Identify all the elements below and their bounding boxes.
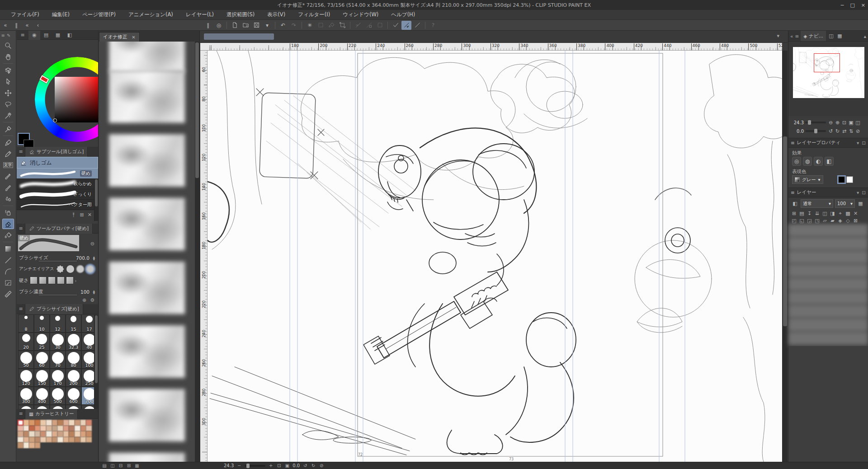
duplicate-layer-icon[interactable]: ◫ — [821, 210, 829, 217]
history-color-swatch[interactable] — [35, 426, 41, 431]
menu-アニメーション(A)[interactable]: アニメーション(A) — [122, 10, 179, 19]
fill-tool[interactable] — [2, 230, 14, 240]
page-list-scrollbar[interactable] — [195, 42, 199, 462]
brush-size-slider[interactable] — [38, 260, 78, 262]
navigator-thumbnail[interactable] — [793, 47, 864, 98]
history-color-swatch[interactable] — [29, 420, 35, 426]
selection-tool[interactable] — [2, 99, 14, 109]
layer-color-icon[interactable]: ◐ — [814, 157, 823, 166]
tab-information-icon[interactable]: ▦ — [836, 33, 843, 39]
layer-panel-dock-icon[interactable]: ⊡ — [862, 190, 866, 195]
blend-tool[interactable] — [2, 194, 14, 204]
sv-marker[interactable] — [53, 118, 57, 122]
statusbar-fit-icon[interactable]: ⊡ — [275, 463, 283, 468]
snap-off-3-button[interactable] — [375, 21, 385, 30]
page-thumbnail[interactable] — [109, 389, 185, 441]
history-color-swatch[interactable] — [86, 420, 92, 426]
subtool-panel-menu-icon[interactable]: ≡ — [17, 149, 25, 155]
menu-ウィンドウ(W)[interactable]: ウィンドウ(W) — [336, 10, 385, 19]
hardness-option-5[interactable] — [66, 277, 74, 284]
history-color-swatch[interactable] — [52, 426, 58, 431]
statusbar-zoom-value[interactable]: 24.3 — [224, 463, 234, 468]
page-thumbnail-list[interactable] — [99, 42, 195, 462]
history-color-swatch[interactable] — [29, 442, 35, 448]
color-history-tab[interactable]: ▦ カラーヒストリー — [25, 409, 78, 419]
brush-size-50[interactable]: 50 — [18, 351, 34, 369]
history-color-swatch[interactable] — [40, 426, 46, 431]
page-thumbnail[interactable] — [109, 262, 185, 314]
layer-list[interactable] — [788, 224, 868, 346]
layer-property-dock-icon[interactable]: ⊡ — [862, 140, 866, 145]
brush-size-400[interactable]: 400 — [34, 387, 50, 405]
density-stepper[interactable]: ▲▼ — [93, 290, 95, 294]
border-effect-icon[interactable]: ◎ — [792, 157, 801, 166]
brush-size-20[interactable]: 20 — [18, 333, 34, 351]
tool-property-tab[interactable]: ツールプロパティ[硬め] — [25, 224, 93, 234]
navigator-menu-icon[interactable]: ≡ — [795, 33, 799, 39]
history-color-swatch[interactable] — [75, 426, 80, 431]
antialias-none-option[interactable] — [57, 265, 64, 273]
page-thumbnail[interactable] — [109, 325, 185, 378]
transform-command-button[interactable] — [337, 21, 347, 30]
history-color-swatch[interactable] — [29, 437, 35, 443]
brush-size-25[interactable]: 25 — [34, 333, 50, 351]
zoom-in-icon[interactable]: ⊕ — [834, 119, 841, 126]
fit-screen-icon[interactable]: ⊡ — [841, 119, 848, 126]
close-tab-icon[interactable]: ✕ — [132, 35, 135, 40]
document-tab[interactable]: イオナ修正 ✕ — [99, 32, 140, 42]
page-view-spread-icon[interactable]: ◫ — [108, 463, 117, 468]
history-color-swatch[interactable] — [18, 420, 24, 426]
tab-color-wheel[interactable]: ◉ — [28, 31, 40, 40]
reset-rotation-icon[interactable]: ⊘ — [854, 128, 861, 135]
actual-size-icon[interactable]: ▣ — [848, 119, 854, 126]
ruler-tool[interactable] — [2, 289, 14, 299]
history-color-swatch[interactable] — [80, 420, 86, 426]
open-file-button[interactable] — [241, 21, 250, 30]
antialias-medium-option[interactable] — [76, 265, 84, 273]
history-color-swatch[interactable] — [69, 431, 75, 437]
maximize-button[interactable]: □ — [850, 2, 854, 8]
navigator-preview[interactable] — [788, 42, 868, 116]
airbrush-tool[interactable] — [2, 207, 14, 218]
subtool-panel-tab[interactable]: サブツール[消しゴム] — [25, 147, 88, 157]
brush-size-80[interactable]: 80 — [66, 351, 81, 369]
history-color-swatch[interactable] — [80, 431, 86, 437]
brush-size-70[interactable]: 70 — [50, 351, 66, 369]
navigator-zoom-slider[interactable] — [805, 122, 826, 123]
history-color-swatch[interactable] — [18, 426, 24, 431]
show-mask-area-icon[interactable]: ▰ — [829, 217, 836, 224]
brush-size-15[interactable]: 15 — [66, 314, 81, 333]
frame-border-tool[interactable] — [2, 277, 14, 288]
tab-color-slider[interactable]: ▤ — [40, 31, 52, 40]
history-color-swatch[interactable] — [40, 431, 46, 437]
brush-size-300[interactable]: 300 — [18, 387, 34, 405]
pen-tool[interactable] — [2, 137, 14, 148]
panel-handle-icon[interactable]: ∥ — [11, 21, 21, 30]
subtool-group-eraser[interactable]: 消しゴム — [17, 157, 98, 169]
lock-subtool-icon[interactable]: ⊝ — [90, 241, 94, 247]
history-color-swatch[interactable] — [24, 426, 29, 431]
brush-size-8[interactable]: 8 — [18, 314, 34, 333]
history-color-swatch[interactable] — [35, 442, 41, 448]
statusbar-actual-size-icon[interactable]: ▣ — [283, 463, 291, 468]
add-to-property-icon[interactable]: ⊕ — [82, 297, 86, 303]
history-color-swatch[interactable] — [86, 426, 92, 431]
layer-mask-icon[interactable]: ◨ — [829, 210, 836, 217]
lock-layer-icon[interactable]: ◰ — [790, 217, 798, 224]
history-color-swatch[interactable] — [75, 437, 80, 443]
tool-panel-tab-icon[interactable]: ✎ — [7, 33, 10, 38]
statusbar-zoom-in-icon[interactable]: + — [267, 463, 275, 468]
density-slider[interactable] — [38, 294, 78, 296]
history-color-swatch[interactable] — [29, 431, 35, 437]
new-raster-layer-icon[interactable]: ⊞ — [790, 210, 798, 217]
statusbar-rotate-left-icon[interactable]: ↺ — [301, 463, 309, 468]
history-color-swatch[interactable] — [69, 437, 75, 443]
history-color-swatch[interactable] — [75, 420, 80, 426]
brush-size-600[interactable]: 600 — [66, 387, 81, 405]
history-color-swatch[interactable] — [57, 420, 63, 426]
subtool-item-ベクター用[interactable]: ベクター用 — [17, 200, 98, 210]
menu-選択範囲(S)[interactable]: 選択範囲(S) — [220, 10, 261, 19]
menu-ファイル(F)[interactable]: ファイル(F) — [5, 10, 46, 19]
snap-off-1-button[interactable] — [353, 21, 363, 30]
statusbar-zoom-out-icon[interactable]: − — [235, 463, 243, 468]
